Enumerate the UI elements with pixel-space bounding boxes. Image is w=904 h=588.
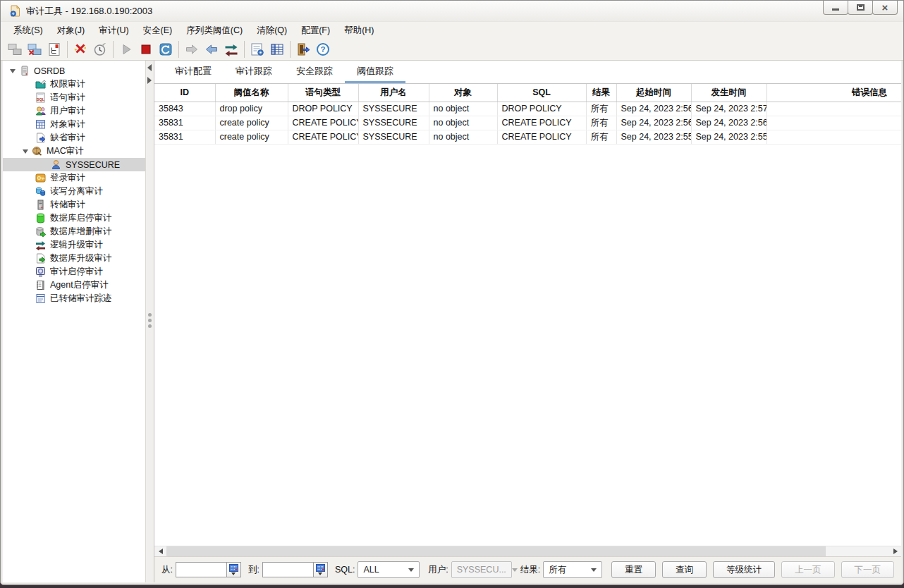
tree-node-default-audit[interactable]: 缺省审计 [3, 131, 145, 145]
tab-threshold-trace[interactable]: 阈值跟踪 [345, 61, 405, 83]
back-icon[interactable] [202, 40, 221, 59]
tree-node-user-audit[interactable]: 用户审计 [3, 104, 145, 118]
expand-arrow-icon[interactable] [10, 69, 16, 73]
tree-node-rw-split-audit[interactable]: 读写分离审计 [3, 185, 145, 198]
column-header-id[interactable]: ID [154, 84, 215, 102]
menu-config[interactable]: 配置(F) [294, 23, 337, 39]
scroll-right-icon[interactable] [889, 546, 901, 556]
tree-node-statement-audit[interactable]: SQL 语句审计 [3, 91, 145, 104]
tree-node-object-audit[interactable]: 对象审计 [3, 118, 145, 131]
tree-node-logic-upgrade-audit[interactable]: 逻辑升级审计 [3, 238, 145, 252]
tree-node-syssecure[interactable]: SYSSECURE [3, 158, 145, 171]
tree-node-dump-audit[interactable]: 转储审计 [3, 198, 145, 212]
menu-security[interactable]: 安全(E) [136, 23, 180, 39]
clear-audit-icon[interactable] [71, 40, 90, 59]
tab-audit-config[interactable]: 审计配置 [163, 61, 224, 83]
stop-icon[interactable] [136, 40, 156, 59]
tree-node-permission-audit[interactable]: 权限审计 [3, 78, 145, 91]
expand-arrow-icon[interactable] [23, 149, 28, 154]
menu-threshold[interactable]: 序列类阈值(C) [179, 23, 250, 39]
report-icon[interactable] [248, 40, 267, 59]
collapse-right-icon[interactable] [147, 77, 152, 84]
maximize-button[interactable] [848, 1, 873, 15]
app-window: 审计工具 - 192.168.0.190:2003 × 系统(S) 对象(J) … [0, 0, 904, 585]
person-icon [51, 159, 62, 170]
exit-icon[interactable] [293, 40, 313, 59]
query-button[interactable]: 查询 [662, 561, 707, 578]
transfer-icon[interactable] [221, 40, 241, 59]
start-icon[interactable] [116, 40, 136, 59]
cell-statement-type: CREATE POLICY [288, 130, 358, 144]
menu-system[interactable]: 系统(S) [6, 23, 50, 39]
tree-node-db-adddrop-audit[interactable]: 数据库增删审计 [3, 225, 145, 238]
result-select[interactable]: 所有 [543, 561, 602, 578]
column-header-threshold-name[interactable]: 阈值名称 [215, 84, 288, 102]
table-row[interactable]: 35831 create policy CREATE POLICY SYSSEC… [154, 116, 901, 130]
green-database-icon [35, 213, 47, 223]
menu-help[interactable]: 帮助(H) [337, 23, 381, 39]
data-grid-icon[interactable] [267, 40, 287, 59]
tree-node-mac-audit[interactable]: MAC审计 [3, 145, 145, 158]
toolbar-separator [244, 41, 245, 58]
audit-config-icon[interactable] [44, 40, 64, 59]
column-header-occur-time[interactable]: 发生时间 [691, 84, 766, 102]
to-date-picker-button[interactable] [313, 562, 328, 577]
tree-node-agent-startstop-audit[interactable]: Agent启停审计 [3, 278, 145, 292]
reset-button[interactable]: 重置 [611, 561, 656, 578]
tab-audit-trace[interactable]: 审计跟踪 [224, 61, 284, 83]
horizontal-scrollbar[interactable] [154, 546, 901, 556]
column-header-username[interactable]: 用户名 [358, 84, 429, 102]
close-button[interactable]: × [872, 1, 898, 15]
column-header-error-info[interactable]: 错误信息 [766, 84, 901, 102]
next-page-button[interactable]: 下一页 [841, 561, 895, 578]
disconnect-icon[interactable] [25, 40, 44, 59]
tab-security-trace[interactable]: 安全跟踪 [284, 61, 345, 83]
to-date-input[interactable] [262, 562, 313, 577]
tree-node-label: 已转储审计踪迹 [50, 293, 112, 305]
column-header-result[interactable]: 结果 [586, 84, 616, 102]
minimize-button[interactable] [823, 1, 848, 15]
tree-node-label: 转储审计 [50, 199, 85, 211]
cell-object: no object [429, 116, 497, 130]
tree-node-db-upgrade-audit[interactable]: 数据库升级审计 [3, 252, 145, 265]
tree-node-login-audit[interactable]: 登录审计 [3, 171, 145, 185]
tree-node-osrdb[interactable]: OSRDB [3, 64, 145, 78]
connect-icon[interactable] [5, 40, 25, 59]
prev-page-button[interactable]: 上一页 [781, 561, 835, 578]
menu-object[interactable]: 对象(J) [50, 23, 92, 39]
column-header-statement-type[interactable]: 语句类型 [288, 84, 358, 102]
table-row[interactable]: 35831 create policy CREATE POLICY SYSSEC… [154, 130, 901, 144]
database-server-icon [19, 66, 30, 76]
cell-statement-type: DROP POLICY [288, 102, 358, 116]
toolbar-separator [113, 41, 114, 58]
column-header-sql[interactable]: SQL [497, 84, 586, 102]
forward-icon[interactable] [182, 40, 202, 59]
schedule-icon[interactable] [90, 40, 110, 59]
level-stats-button[interactable]: 等级统计 [713, 561, 775, 578]
sql-select[interactable]: ALL [358, 561, 420, 578]
scroll-left-icon[interactable] [154, 546, 166, 556]
column-header-object[interactable]: 对象 [429, 84, 497, 102]
splitter-grip[interactable] [148, 313, 152, 328]
cell-start-time: Sep 24, 2023 2:55... [616, 130, 691, 144]
tree-node-dumped-audit-trace[interactable]: 已转储审计踪迹 [3, 292, 145, 305]
tree-node-db-startstop-audit[interactable]: 数据库启停审计 [3, 212, 145, 225]
tree-node-audit-startstop-audit[interactable]: 审计启停审计 [3, 265, 145, 278]
cell-threshold-name: drop policy [215, 102, 288, 116]
column-header-start-time[interactable]: 起始时间 [616, 84, 691, 102]
scrollbar-thumb[interactable] [166, 546, 826, 556]
from-date-input[interactable] [176, 562, 226, 577]
from-date-picker-button[interactable] [226, 562, 241, 577]
user-select[interactable]: SYSSECU... [451, 561, 512, 578]
menu-clear[interactable]: 清除(Q) [250, 23, 294, 39]
splitter[interactable] [146, 61, 154, 582]
menu-audit[interactable]: 审计(U) [92, 23, 135, 39]
collapse-left-icon[interactable] [147, 64, 152, 71]
help-icon[interactable]: ? [313, 40, 333, 59]
dual-database-icon [35, 186, 47, 197]
tree-node-label: Agent启停审计 [50, 279, 109, 291]
table-row[interactable]: 35843 drop policy DROP POLICY SYSSECURE … [154, 102, 901, 116]
refresh-icon[interactable] [156, 40, 176, 59]
scrollbar-track[interactable] [826, 546, 889, 556]
swap-arrows-icon [35, 240, 47, 250]
